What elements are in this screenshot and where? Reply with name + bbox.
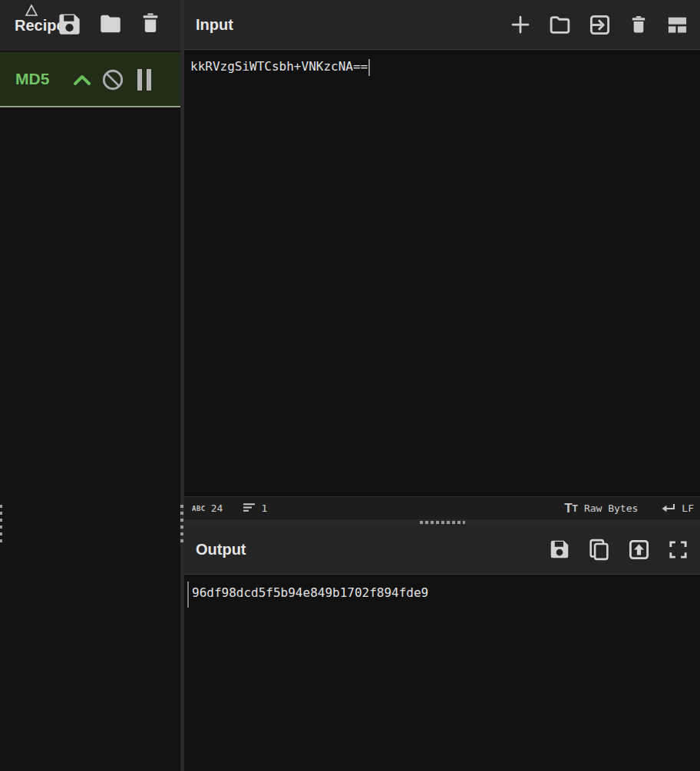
reset-layout-icon <box>665 13 689 37</box>
replace-input-with-output-button[interactable] <box>627 538 651 562</box>
load-recipe-button[interactable] <box>97 11 124 37</box>
cyberchef-app: Recipe <box>0 0 700 771</box>
disable-operation-icon[interactable] <box>101 68 125 95</box>
save-output-button[interactable] <box>548 538 571 561</box>
character-count-icon: ABC <box>192 505 206 512</box>
input-eol-value[interactable]: LF <box>682 502 694 514</box>
input-title: Input <box>184 16 233 34</box>
open-file-icon <box>588 13 612 37</box>
recipe-operation-list: MD5 <box>0 52 180 107</box>
add-input-tab-button[interactable] <box>509 13 532 36</box>
input-textarea[interactable]: kkRVzgSiWTCsbh+VNKzcNA== <box>184 51 700 496</box>
output-textarea[interactable]: 96df98dcd5f5b94e849b1702f894fde9 <box>184 579 700 771</box>
open-file-as-input-button[interactable] <box>588 13 612 37</box>
clear-io-button[interactable] <box>628 14 649 35</box>
copy-output-icon <box>587 538 611 562</box>
input-encoding-value[interactable]: Raw Bytes <box>584 502 638 514</box>
open-folder-icon <box>97 11 124 37</box>
operation-name: MD5 <box>0 70 49 88</box>
input-output-splitter[interactable] <box>184 519 700 525</box>
save-output-icon <box>548 538 571 561</box>
recipe-pane: Recipe <box>0 0 180 771</box>
save-recipe-icon <box>56 11 83 38</box>
text-caret <box>368 59 370 76</box>
input-status-bar: ABC 24 1 TT Raw Bytes <box>184 496 700 519</box>
output-text: 96df98dcd5f5b94e849b1702f894fde9 <box>184 579 700 600</box>
input-text: kkRVzgSiWTCsbh+VNKzcNA== <box>190 59 368 74</box>
line-count-icon <box>243 502 256 515</box>
breakpoint-pause-icon[interactable] <box>137 68 153 94</box>
trash-icon <box>628 14 649 35</box>
open-folder-as-input-button[interactable] <box>548 13 572 37</box>
copy-output-button[interactable] <box>587 538 611 562</box>
maximise-output-icon <box>667 539 689 561</box>
mouse-cursor-icon <box>24 4 39 24</box>
output-header: Output <box>184 525 700 575</box>
character-count: 24 <box>211 502 223 514</box>
input-header: Input <box>184 0 700 50</box>
clear-recipe-button[interactable] <box>138 11 163 35</box>
recipe-header: Recipe <box>0 0 180 51</box>
open-folder-icon <box>548 13 572 37</box>
line-ending-icon[interactable] <box>659 502 675 514</box>
left-gutter-drag-dots[interactable] <box>0 505 2 542</box>
io-column: Input <box>184 0 700 771</box>
text-encoding-icon[interactable]: TT <box>564 502 578 515</box>
line-count: 1 <box>261 502 267 514</box>
save-recipe-button[interactable] <box>56 11 83 38</box>
replace-input-icon <box>627 538 651 562</box>
trash-icon <box>138 11 163 35</box>
output-caret <box>187 582 189 608</box>
chevron-up-icon[interactable] <box>71 73 93 91</box>
reset-layout-button[interactable] <box>665 13 689 37</box>
operation-md5[interactable]: MD5 <box>0 52 180 107</box>
output-title: Output <box>184 541 246 558</box>
add-input-tab-icon <box>509 13 532 36</box>
maximise-output-button[interactable] <box>667 539 689 561</box>
splitter-drag-dots <box>180 505 183 542</box>
splitter-drag-dots <box>420 521 465 524</box>
